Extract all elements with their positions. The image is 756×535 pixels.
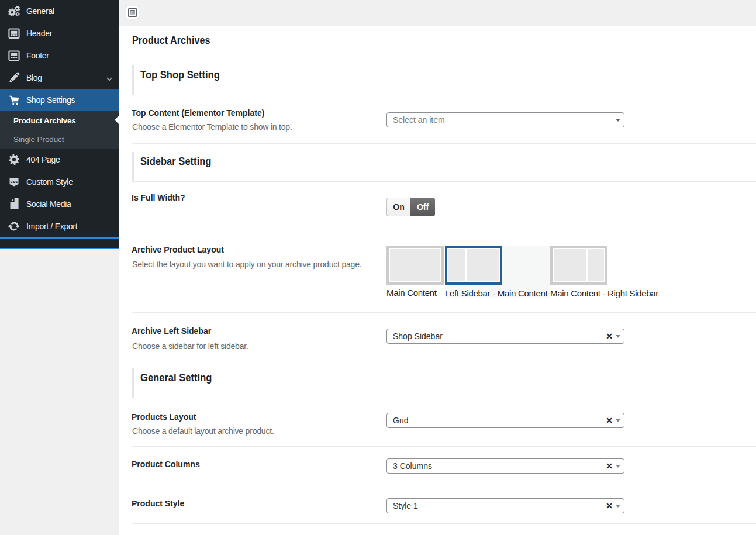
svg-text:css: css: [11, 179, 18, 184]
